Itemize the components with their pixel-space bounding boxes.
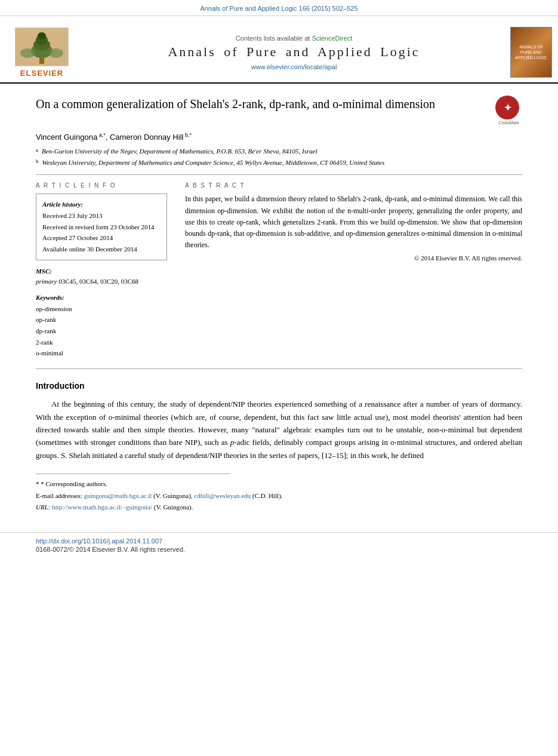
bottom-bar: http://dx.doi.org/10.1016/j.apal.2014.11… [0,532,558,557]
introduction-heading: Introduction [36,381,522,391]
footnote-divider [36,474,230,474]
url-link[interactable]: http://www.math.bgu.ac.il/~guingona/ [52,503,152,511]
email-a-link[interactable]: guingona@math.bgu.ac.il [84,492,152,499]
svg-point-5 [20,48,35,58]
two-column-section: A R T I C L E I N F O Article history: R… [36,182,522,359]
divider-2 [36,368,522,369]
article-info-label: A R T I C L E I N F O [36,182,167,189]
abstract-text: In this paper, we build a dimension theo… [185,193,522,251]
keyword-4: 2-rank [36,337,167,348]
revised-date: Received in revised form 23 October 2014 [42,222,161,233]
keyword-1: op-dimension [36,303,167,315]
keyword-2: op-rank [36,314,167,325]
copyright-bottom: 0168-0072/© 2014 Elsevier B.V. All right… [36,546,522,553]
url-footnote: URL: http://www.math.bgu.ac.il/~guingona… [36,502,522,513]
elsevier-logo: ELSEVIER [15,27,69,78]
divider-1 [36,174,522,175]
elsevier-tree-icon [15,27,69,66]
crossmark-icon: ✦ [495,96,519,119]
affil-a: a Ben-Gurion University of the Negev, De… [36,146,522,156]
msc-primary: primary 03C45, 03C64, 03C20, 03C68 [36,276,167,287]
abstract-copyright: © 2014 Elsevier B.V. All rights reserved… [185,254,522,262]
corresponding-star: * [36,480,41,487]
journal-thumbnail: ANNALS OF PURE AND APPLIED LOGIC [510,27,552,78]
author-a-sup: a,* [97,132,106,138]
msc-label: MSC: [36,266,167,277]
url-label: URL: [36,503,50,511]
author-b-sup: b,* [183,132,192,138]
corresponding-authors-note: * * Corresponding authors. [36,479,522,490]
article-info-column: A R T I C L E I N F O Article history: R… [36,182,167,359]
journal-reference-bar: Annals of Pure and Applied Logic 166 (20… [0,0,558,16]
journal-title: Annals of Pure and Applied Logic [168,44,420,60]
author-b-name: Cameron Donnay Hill [110,133,184,142]
email-b-link[interactable]: cdhill@wesleyan.edu [194,492,251,499]
affil-a-sup: a [36,146,38,156]
url-name: (V. Guingona). [154,503,193,511]
svg-point-4 [38,32,46,39]
keyword-5: o-minimal [36,348,167,359]
contents-available-text: Contents lists available at ScienceDirec… [236,35,353,42]
history-label: Article history: [42,199,161,210]
authors-line: Vincent Guingona a,*, Cameron Donnay Hil… [36,132,522,142]
sciencedirect-link[interactable]: ScienceDirect [312,35,352,42]
journal-ref-link[interactable]: Annals of Pure and Applied Logic 166 (20… [200,5,357,12]
msc-section: MSC: primary 03C45, 03C64, 03C20, 03C68 [36,266,167,287]
abstract-column: A B S T R A C T In this paper, we build … [185,182,522,359]
journal-url: www.elsevier.com/locate/apal [251,63,337,70]
article-title: On a common generalization of Shelah's 2… [36,96,435,112]
received-date: Received 23 July 2013 [42,210,161,222]
introduction-paragraph-1: At the beginning of this century, the st… [36,398,522,462]
doi-link[interactable]: http://dx.doi.org/10.1016/j.apal.2014.11… [36,537,162,545]
keywords-label: Keywords: [36,292,167,303]
journal-header: ELSEVIER Contents lists available at Sci… [0,16,558,84]
article-title-section: On a common generalization of Shelah's 2… [36,96,522,122]
elsevier-brand-text: ELSEVIER [20,69,63,78]
email-b-name: (C.D. Hill). [252,492,283,499]
affil-b-text: Wesleyan University, Department of Mathe… [42,158,385,168]
footnotes-section: * * Corresponding authors. E-mail addres… [36,479,522,513]
accepted-date: Accepted 27 October 2014 [42,232,161,244]
available-date: Available online 30 December 2014 [42,244,161,255]
page: Annals of Pure and Applied Logic 166 (20… [0,0,558,756]
crossmark-label: CrossMark [495,121,522,125]
crossmark-logo: ✦ CrossMark [495,96,522,122]
journal-thumb-text: ANNALS OF PURE AND APPLIED LOGIC [513,44,549,60]
author-a-name: Vincent Guingona [36,133,97,142]
email-a-name: (V. Guingona), [153,492,192,499]
email-label: E-mail addresses: [36,492,82,499]
main-content: On a common generalization of Shelah's 2… [0,84,558,526]
doi-line: http://dx.doi.org/10.1016/j.apal.2014.11… [36,536,522,546]
svg-point-6 [49,48,63,58]
keyword-3: dp-rank [36,325,167,337]
affiliations: a Ben-Gurion University of the Negev, De… [36,146,522,167]
header-center: Contents lists available at ScienceDirec… [84,22,504,82]
article-history-box: Article history: Received 23 July 2013 R… [36,193,167,260]
introduction-section: Introduction At the beginning of this ce… [36,381,522,462]
email-footnote: E-mail addresses: guingona@math.bgu.ac.i… [36,491,522,502]
affil-b: b Wesleyan University, Department of Mat… [36,158,522,168]
abstract-label: A B S T R A C T [185,182,522,189]
journal-thumbnail-area: ANNALS OF PURE AND APPLIED LOGIC [504,22,558,82]
keywords-section: Keywords: op-dimension op-rank dp-rank 2… [36,292,167,359]
affil-a-text: Ben-Gurion University of the Negev, Depa… [42,146,317,156]
elsevier-logo-area: ELSEVIER [0,22,84,82]
affil-b-sup: b [36,158,39,168]
p-adic-italic: p [230,438,235,447]
